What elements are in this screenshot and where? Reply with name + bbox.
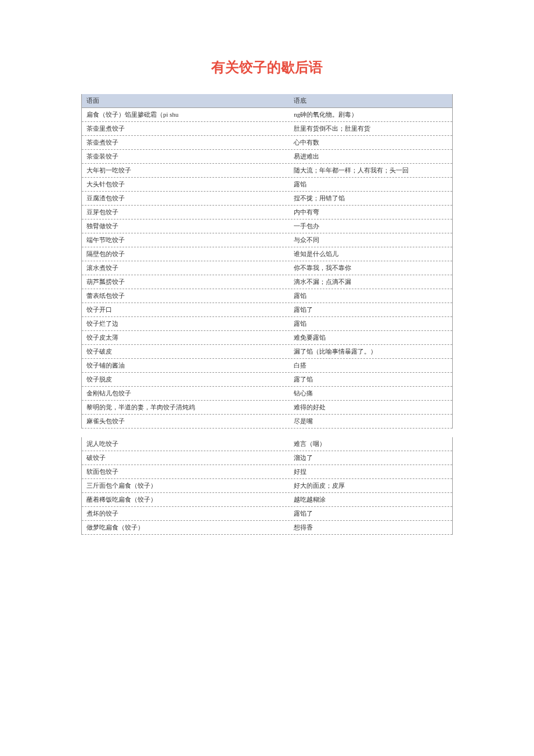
cell-right: 漏了馅（比喻事情暴露了。）	[289, 345, 452, 358]
cell-left: 茶壶里煮饺子	[82, 122, 289, 135]
cell-right: 捏不拢；用错了馅	[289, 192, 452, 205]
cell-left: 葫芦瓢捞饺子	[82, 275, 289, 289]
cell-left: 蘸着稀饭吃扁食（饺子）	[82, 493, 289, 506]
table-row: 软面包饺子好捏	[82, 465, 452, 479]
cell-left: 麻雀头包饺子	[82, 415, 289, 428]
table-row: 茶壶煮饺子心中有数	[82, 136, 452, 150]
table-2: 泥人吃饺子难言（咽）破饺子溜边了软面包饺子好捏三斤面包个扁食（饺子）好大的面皮；…	[81, 437, 453, 535]
cell-right: 一手包办	[289, 219, 452, 233]
table-row: 隔壁包的饺子谁知是什么馅儿	[82, 247, 452, 261]
cell-left: 豆腐渣包饺子	[82, 192, 289, 205]
table-row: 滚水煮饺子你不靠我，我不靠你	[82, 261, 452, 275]
cell-left: 独臂做饺子	[82, 219, 289, 233]
table-row: 饺子破皮漏了馅（比喻事情暴露了。）	[82, 345, 452, 359]
table-row: 饺子皮太薄难免要露馅	[82, 331, 452, 345]
table-row: 大年初一吃饺子随大流；年年都一样；人有我有；头一回	[82, 164, 452, 178]
table-row: 豆芽包饺子内中有弯	[82, 206, 452, 219]
cell-right: 越吃越糊涂	[289, 493, 452, 506]
table-row: 茶壶里煮饺子肚里有货倒不出；肚里有货	[82, 122, 452, 136]
cell-left: 金刚钻儿包饺子	[82, 387, 289, 400]
page-title: 有关饺子的歇后语	[81, 58, 453, 77]
cell-right: 随大流；年年都一样；人有我有；头一回	[289, 164, 452, 177]
cell-left: 滚水煮饺子	[82, 261, 289, 275]
cell-left: 煮坏的饺子	[82, 507, 289, 520]
table-row: 破饺子溜边了	[82, 451, 452, 465]
table-row: 扁食（饺子）馅里掺砒霜（pi shung砷的氧化物。剧毒）	[82, 108, 452, 122]
cell-left: 茶壶装饺子	[82, 150, 289, 163]
cell-left: 隔壁包的饺子	[82, 247, 289, 261]
cell-left: 饺子破皮	[82, 345, 289, 358]
cell-right: 露馅	[289, 289, 452, 303]
table-row: 饺子脱皮露了馅	[82, 373, 452, 387]
cell-left: 破饺子	[82, 451, 289, 465]
table-header: 语面 语底	[82, 94, 452, 108]
cell-right: 易进难出	[289, 150, 452, 163]
cell-right: 谁知是什么馅儿	[289, 247, 452, 261]
cell-right: 心中有数	[289, 136, 452, 149]
table-1: 语面 语底 扁食（饺子）馅里掺砒霜（pi shung砷的氧化物。剧毒）茶壶里煮饺…	[81, 94, 453, 429]
cell-left: 大年初一吃饺子	[82, 164, 289, 177]
cell-left: 软面包饺子	[82, 465, 289, 478]
cell-left: 蕾表纸包饺子	[82, 289, 289, 303]
cell-left: 做梦吃扁食（饺子）	[82, 521, 289, 534]
table-row: 蘸着稀饭吃扁食（饺子）越吃越糊涂	[82, 493, 452, 507]
cell-right: 难免要露馅	[289, 331, 452, 344]
cell-left: 泥人吃饺子	[82, 437, 289, 451]
cell-right: 露馅	[289, 178, 452, 191]
header-left: 语面	[82, 94, 289, 107]
cell-right: 露馅	[289, 317, 452, 330]
cell-right: 难言（咽）	[289, 437, 452, 451]
table-row: 黎明的觉，半道的妻，羊肉饺子清炖鸡难得的好处	[82, 401, 452, 415]
cell-left: 扁食（饺子）馅里掺砒霜（pi shu	[82, 108, 289, 121]
table-row: 饺子开口露馅了	[82, 303, 452, 317]
table-row: 豆腐渣包饺子捏不拢；用错了馅	[82, 192, 452, 206]
cell-right: 钻心痛	[289, 387, 452, 400]
cell-left: 饺子开口	[82, 303, 289, 316]
cell-right: 滴水不漏；点滴不漏	[289, 275, 452, 289]
table-row: 三斤面包个扁食（饺子）好大的面皮；皮厚	[82, 479, 452, 493]
cell-right: 与众不同	[289, 233, 452, 247]
cell-left: 饺子铺的酱油	[82, 359, 289, 372]
cell-right: 你不靠我，我不靠你	[289, 261, 452, 275]
cell-left: 茶壶煮饺子	[82, 136, 289, 149]
cell-left: 饺子皮太薄	[82, 331, 289, 344]
cell-left: 黎明的觉，半道的妻，羊肉饺子清炖鸡	[82, 401, 289, 414]
table-row: 蕾表纸包饺子露馅	[82, 289, 452, 303]
table-row: 泥人吃饺子难言（咽）	[82, 437, 452, 451]
table-row: 葫芦瓢捞饺子滴水不漏；点滴不漏	[82, 275, 452, 289]
cell-left: 饺子烂了边	[82, 317, 289, 330]
cell-right: 好捏	[289, 465, 452, 478]
table-row: 饺子烂了边露馅	[82, 317, 452, 331]
cell-right: 难得的好处	[289, 401, 452, 414]
table-row: 煮坏的饺子露馅了	[82, 507, 452, 521]
cell-left: 大头针包饺子	[82, 178, 289, 191]
cell-right: 好大的面皮；皮厚	[289, 479, 452, 492]
cell-right: 尽是嘴	[289, 415, 452, 428]
header-right: 语底	[289, 94, 452, 107]
cell-left: 饺子脱皮	[82, 373, 289, 386]
cell-right: ng砷的氧化物。剧毒）	[289, 108, 452, 121]
table-row: 饺子铺的酱油白搭	[82, 359, 452, 373]
table-row: 茶壶装饺子易进难出	[82, 150, 452, 164]
cell-right: 露馅了	[289, 303, 452, 316]
table-row: 金刚钻儿包饺子钻心痛	[82, 387, 452, 401]
table-row: 做梦吃扁食（饺子）想得香	[82, 521, 452, 535]
cell-left: 豆芽包饺子	[82, 206, 289, 219]
cell-left: 端午节吃饺子	[82, 233, 289, 247]
table-row: 独臂做饺子一手包办	[82, 219, 452, 233]
cell-right: 肚里有货倒不出；肚里有货	[289, 122, 452, 135]
cell-right: 白搭	[289, 359, 452, 372]
cell-right: 想得香	[289, 521, 452, 534]
table-row: 麻雀头包饺子尽是嘴	[82, 415, 452, 429]
cell-right: 内中有弯	[289, 206, 452, 219]
cell-right: 露馅了	[289, 507, 452, 520]
cell-left: 三斤面包个扁食（饺子）	[82, 479, 289, 492]
cell-right: 溜边了	[289, 451, 452, 465]
table-row: 端午节吃饺子与众不同	[82, 233, 452, 247]
cell-right: 露了馅	[289, 373, 452, 386]
table-row: 大头针包饺子露馅	[82, 178, 452, 192]
